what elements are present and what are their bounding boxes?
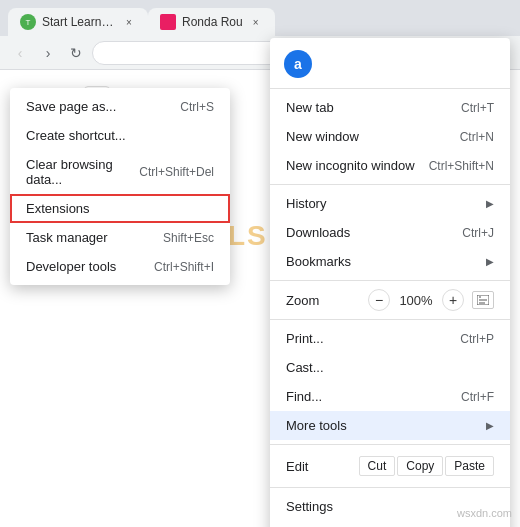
ctx-extensions[interactable]: Extensions <box>10 194 230 223</box>
zoom-row: Zoom − 100% + <box>270 285 510 315</box>
ctx-developer-tools-label: Developer tools <box>26 259 116 274</box>
menu-new-window-shortcut: Ctrl+N <box>460 130 494 144</box>
chrome-menu-header: a <box>270 42 510 84</box>
menu-print-shortcut: Ctrl+P <box>460 332 494 346</box>
edit-paste-inline[interactable]: Paste <box>445 456 494 476</box>
ctx-task-manager-shortcut: Shift+Esc <box>163 231 214 245</box>
ctx-developer-tools[interactable]: Developer tools Ctrl+Shift+I <box>10 252 230 281</box>
menu-downloads[interactable]: Downloads Ctrl+J <box>270 218 510 247</box>
menu-find-shortcut: Ctrl+F <box>461 390 494 404</box>
menu-print-label: Print... <box>286 331 324 346</box>
menu-history-arrow: ▶ <box>486 198 494 209</box>
context-menu: Save page as... Ctrl+S Create shortcut..… <box>10 88 230 285</box>
zoom-percent: 100% <box>398 293 434 308</box>
ctx-save-page[interactable]: Save page as... Ctrl+S <box>10 92 230 121</box>
ctx-create-shortcut[interactable]: Create shortcut... <box>10 121 230 150</box>
ctx-extensions-label: Extensions <box>26 201 90 216</box>
back-button[interactable]: ‹ <box>8 41 32 65</box>
ctx-save-page-shortcut: Ctrl+S <box>180 100 214 114</box>
ctx-clear-browsing[interactable]: Clear browsing data... Ctrl+Shift+Del <box>10 150 230 194</box>
menu-new-incognito-label: New incognito window <box>286 158 415 173</box>
menu-bookmarks-label: Bookmarks <box>286 254 351 269</box>
menu-history[interactable]: History ▶ <box>270 189 510 218</box>
menu-edit[interactable]: Edit Cut Copy Paste <box>270 449 510 483</box>
menu-new-window[interactable]: New window Ctrl+N <box>270 122 510 151</box>
menu-more-tools-label: More tools <box>286 418 347 433</box>
menu-cast[interactable]: Cast... <box>270 353 510 382</box>
ctx-task-manager-label: Task manager <box>26 230 108 245</box>
tab-1-close[interactable]: × <box>122 15 136 29</box>
menu-bookmarks-arrow: ▶ <box>486 256 494 267</box>
menu-new-tab[interactable]: New tab Ctrl+T <box>270 93 510 122</box>
tab-bar: T Start Learning at Tree × Ronda Rou × <box>0 0 520 36</box>
ctx-clear-browsing-shortcut: Ctrl+Shift+Del <box>139 165 214 179</box>
menu-settings-label: Settings <box>286 499 333 514</box>
ctx-save-page-label: Save page as... <box>26 99 116 114</box>
ctx-task-manager[interactable]: Task manager Shift+Esc <box>10 223 230 252</box>
chrome-divider-4 <box>270 444 510 445</box>
menu-new-window-label: New window <box>286 129 359 144</box>
menu-new-incognito[interactable]: New incognito window Ctrl+Shift+N <box>270 151 510 180</box>
menu-new-incognito-shortcut: Ctrl+Shift+N <box>429 159 494 173</box>
ctx-create-shortcut-label: Create shortcut... <box>26 128 126 143</box>
chrome-divider-2 <box>270 280 510 281</box>
ctx-clear-browsing-label: Clear browsing data... <box>26 157 139 187</box>
tab-2-close[interactable]: × <box>249 15 263 29</box>
reload-button[interactable]: ↻ <box>64 41 88 65</box>
tab-2-label: Ronda Rou <box>182 15 243 29</box>
menu-more-tools-arrow: ▶ <box>486 420 494 431</box>
menu-new-tab-shortcut: Ctrl+T <box>461 101 494 115</box>
menu-find-label: Find... <box>286 389 322 404</box>
menu-new-tab-label: New tab <box>286 100 334 115</box>
chrome-divider-3 <box>270 319 510 320</box>
ctx-developer-tools-shortcut: Ctrl+Shift+I <box>154 260 214 274</box>
chrome-menu: a New tab Ctrl+T New window Ctrl+N New i… <box>270 38 510 527</box>
menu-help[interactable]: Help ▶ <box>270 521 510 527</box>
menu-downloads-shortcut: Ctrl+J <box>462 226 494 240</box>
menu-more-tools[interactable]: More tools ▶ <box>270 411 510 440</box>
zoom-plus-button[interactable]: + <box>442 289 464 311</box>
chrome-divider-0 <box>270 88 510 89</box>
menu-find[interactable]: Find... Ctrl+F <box>270 382 510 411</box>
chrome-divider-5 <box>270 487 510 488</box>
tab-1-label: Start Learning at Tree <box>42 15 116 29</box>
zoom-controls: − 100% + <box>368 289 494 311</box>
menu-cast-label: Cast... <box>286 360 324 375</box>
forward-button[interactable]: › <box>36 41 60 65</box>
edit-inline-btns: Cut Copy Paste <box>359 456 494 476</box>
menu-downloads-label: Downloads <box>286 225 350 240</box>
menu-bookmarks[interactable]: Bookmarks ▶ <box>270 247 510 276</box>
tab-1[interactable]: T Start Learning at Tree × <box>8 8 148 36</box>
watermark: wsxdn.com <box>457 507 512 519</box>
chrome-avatar: a <box>284 50 312 78</box>
edit-cut-inline[interactable]: Cut <box>359 456 396 476</box>
menu-print[interactable]: Print... Ctrl+P <box>270 324 510 353</box>
zoom-expand-button[interactable] <box>472 291 494 309</box>
chrome-divider-1 <box>270 184 510 185</box>
tab-2[interactable]: Ronda Rou × <box>148 8 275 36</box>
zoom-minus-button[interactable]: − <box>368 289 390 311</box>
zoom-label: Zoom <box>286 293 319 308</box>
tab-1-icon: T <box>20 14 36 30</box>
tab-2-icon <box>160 14 176 30</box>
edit-copy-inline[interactable]: Copy <box>397 456 443 476</box>
menu-history-label: History <box>286 196 326 211</box>
menu-edit-label: Edit <box>286 459 308 474</box>
